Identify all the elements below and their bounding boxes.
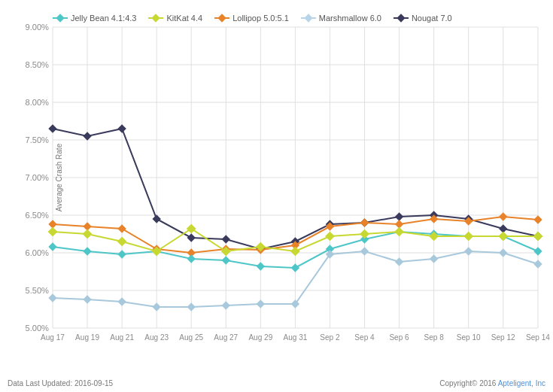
svg-rect-86 [499,212,507,220]
svg-rect-95 [291,263,299,272]
svg-rect-68 [395,212,403,220]
svg-text:Sep 6: Sep 6 [389,333,409,342]
chart-svg: .grid-line { stroke: #e0e0e0; stroke-wid… [53,27,538,328]
svg-rect-123 [222,301,230,309]
chart-area: Average Crash Rate .grid-line { stroke: … [53,27,538,328]
svg-rect-125 [291,299,299,308]
svg-rect-89 [83,247,91,255]
svg-rect-105 [117,237,126,245]
svg-rect-3 [152,14,160,22]
svg-text:Aug 19: Aug 19 [75,333,99,342]
svg-rect-120 [117,297,126,305]
svg-text:5.50%: 5.50% [26,286,50,295]
svg-rect-113 [395,227,403,236]
svg-rect-117 [533,232,542,240]
svg-rect-129 [430,254,438,263]
chart-legend: Jelly Bean 4.1:4.3 KitKat 4.4 Lollipop 5… [8,8,545,26]
svg-rect-102 [533,247,542,255]
svg-rect-115 [464,232,472,240]
svg-rect-131 [499,248,507,257]
legend-kitkat: KitKat 4.4 [148,14,202,23]
svg-text:6.00%: 6.00% [26,248,50,257]
svg-rect-94 [257,262,265,270]
svg-rect-1 [56,14,64,22]
svg-text:Sep 2: Sep 2 [320,333,340,342]
svg-text:Aug 21: Aug 21 [110,333,134,342]
legend-nougat: Nougat 7.0 [393,14,452,23]
svg-rect-75 [117,224,126,232]
svg-rect-59 [83,132,91,140]
svg-rect-7 [304,14,312,22]
svg-text:Aug 25: Aug 25 [179,333,203,342]
copyright-text: Copyright© 2016 Apteligent, Inc [439,379,545,387]
svg-rect-132 [533,260,542,268]
legend-lollipop-label: Lollipop 5.0:5.1 [232,14,289,23]
svg-text:8.00%: 8.00% [26,98,50,107]
svg-rect-111 [326,232,334,240]
legend-jellybean-label: Jelly Bean 4.1:4.3 [71,14,136,23]
svg-rect-88 [48,242,56,251]
svg-text:Sep 12: Sep 12 [491,333,515,342]
chart-footer: Data Last Updated: 2016-09-15 Copyright©… [0,376,553,387]
svg-rect-61 [152,214,160,223]
svg-rect-103 [48,227,56,236]
legend-nougat-label: Nougat 7.0 [412,14,452,23]
svg-rect-92 [187,254,196,263]
svg-text:8.50%: 8.50% [26,60,50,69]
svg-text:Aug 27: Aug 27 [214,333,238,342]
chart-container: Jelly Bean 4.1:4.3 KitKat 4.4 Lollipop 5… [0,0,553,392]
svg-rect-87 [533,215,542,223]
legend-jellybean: Jelly Bean 4.1:4.3 [53,14,136,23]
svg-rect-121 [152,302,160,311]
svg-text:Aug 31: Aug 31 [283,333,307,342]
svg-rect-116 [499,232,507,240]
svg-text:Sep 10: Sep 10 [457,333,481,342]
svg-rect-62 [187,233,196,242]
svg-rect-128 [395,257,403,266]
legend-marshmallow-label: Marshmallow 6.0 [319,14,381,23]
svg-rect-110 [291,247,299,255]
data-last-updated: Data Last Updated: 2016-09-15 [8,379,113,387]
svg-text:7.00%: 7.00% [26,173,50,182]
svg-text:7.50%: 7.50% [26,135,50,144]
svg-rect-124 [257,299,265,308]
y-axis-label: Average Crash Rate [55,132,63,223]
svg-rect-5 [217,14,226,22]
svg-rect-63 [222,235,230,243]
svg-rect-118 [48,293,56,302]
svg-rect-107 [187,224,196,232]
svg-rect-122 [187,302,196,311]
svg-rect-93 [222,256,230,264]
legend-kitkat-label: KitKat 4.4 [166,14,202,23]
svg-text:Aug 17: Aug 17 [41,333,65,342]
svg-rect-119 [83,295,91,303]
svg-text:Aug 23: Aug 23 [144,333,169,342]
svg-rect-58 [48,124,56,132]
legend-lollipop: Lollipop 5.0:5.1 [214,14,289,23]
svg-rect-130 [464,247,472,255]
svg-rect-127 [360,247,369,255]
svg-rect-90 [117,250,126,258]
svg-rect-60 [117,124,126,132]
svg-text:Sep 14: Sep 14 [526,333,550,342]
svg-rect-112 [360,229,369,238]
legend-marshmallow: Marshmallow 6.0 [301,14,381,23]
svg-rect-9 [397,14,405,22]
svg-text:6.50%: 6.50% [26,211,50,220]
svg-text:Sep 8: Sep 8 [424,333,444,342]
svg-text:Sep 4: Sep 4 [354,333,375,342]
svg-rect-104 [83,229,91,238]
svg-rect-82 [360,218,369,226]
svg-text:Aug 29: Aug 29 [248,333,272,342]
svg-text:5.00%: 5.00% [26,324,50,333]
svg-text:9.00%: 9.00% [26,23,50,32]
